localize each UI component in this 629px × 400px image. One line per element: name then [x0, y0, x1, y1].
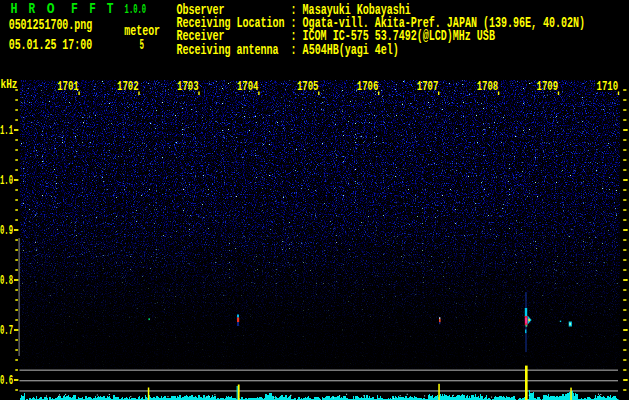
- svg-text:R: R: [28, 1, 35, 17]
- svg-text:1708: 1708: [477, 79, 499, 94]
- svg-text:1.1: 1.1: [0, 123, 13, 138]
- svg-text:F: F: [71, 1, 78, 17]
- svg-text:1710: 1710: [597, 79, 619, 94]
- svg-text:F: F: [89, 1, 96, 17]
- svg-text:05.01.25 17:00: 05.01.25 17:00: [9, 37, 93, 53]
- svg-text:0.9: 0.9: [0, 223, 13, 238]
- svg-text:1706: 1706: [357, 79, 379, 94]
- svg-text:0501251700.png: 0501251700.png: [9, 17, 93, 33]
- svg-text:1701: 1701: [57, 79, 79, 94]
- svg-text:H: H: [11, 1, 18, 17]
- svg-text:1702: 1702: [117, 79, 139, 94]
- svg-text:1704: 1704: [237, 79, 259, 94]
- svg-text:1709: 1709: [537, 79, 559, 94]
- svg-text:1707: 1707: [417, 79, 439, 94]
- svg-text:kHz: kHz: [1, 77, 18, 92]
- svg-text:T: T: [107, 1, 114, 17]
- svg-text:1.0.0: 1.0.0: [125, 3, 146, 17]
- svg-text:1705: 1705: [297, 79, 319, 94]
- svg-text:0.6: 0.6: [0, 373, 13, 388]
- svg-text:1.0: 1.0: [0, 173, 13, 188]
- svg-text:Receiving antenna : A504HB(ya: Receiving antenna : A504HB(yagi 4el): [176, 42, 398, 58]
- svg-text:0.8: 0.8: [0, 273, 13, 288]
- svg-text:O: O: [47, 1, 55, 17]
- svg-text:1703: 1703: [177, 79, 199, 94]
- svg-text:5: 5: [139, 37, 144, 53]
- svg-text:0.7: 0.7: [0, 323, 13, 338]
